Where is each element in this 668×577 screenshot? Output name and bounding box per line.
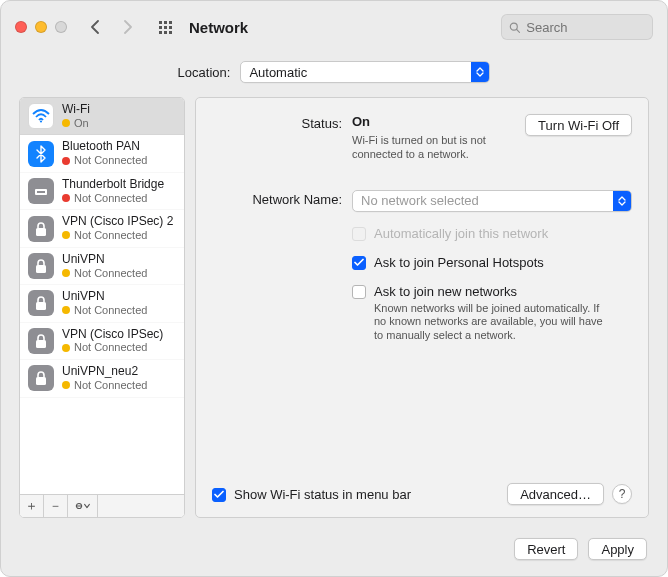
svg-rect-9 (36, 377, 46, 385)
service-name: Wi-Fi (62, 103, 90, 117)
minimize-button[interactable] (35, 21, 47, 33)
service-name: Thunderbolt Bridge (62, 178, 164, 192)
ask-new-description: Known networks will be joined automatica… (374, 302, 604, 343)
service-status: Not Connected (62, 192, 164, 205)
action-menu-icon (75, 501, 91, 511)
svg-rect-6 (36, 265, 46, 273)
service-item[interactable]: VPN (Cisco IPSec) 2Not Connected (20, 210, 184, 247)
ask-new-checkbox[interactable] (352, 285, 366, 299)
svg-rect-4 (37, 191, 45, 193)
network-preferences-window: Network Location: Automatic Wi-FiOnBluet… (0, 0, 668, 577)
chevron-left-icon (91, 20, 100, 34)
thunderbolt-icon (28, 178, 54, 204)
show-status-label: Show Wi-Fi status in menu bar (234, 487, 411, 502)
service-item[interactable]: Wi-FiOn (20, 98, 184, 135)
location-select[interactable]: Automatic (240, 61, 490, 83)
search-field-wrap[interactable] (501, 14, 653, 40)
network-name-value: No network selected (361, 193, 479, 208)
svg-line-1 (516, 29, 519, 32)
service-item[interactable]: Thunderbolt BridgeNot Connected (20, 173, 184, 210)
apply-button[interactable]: Apply (588, 538, 647, 560)
service-item[interactable]: UniVPN_neu2Not Connected (20, 360, 184, 397)
service-status: Not Connected (62, 379, 147, 392)
service-name: UniVPN_neu2 (62, 365, 147, 379)
service-text: Bluetooth PANNot Connected (62, 140, 147, 166)
lock-icon (28, 216, 54, 242)
close-button[interactable] (15, 21, 27, 33)
ask-hotspot-checkbox-row: Ask to join Personal Hotspots (352, 255, 632, 270)
location-label: Location: (178, 65, 231, 80)
wifi-icon (28, 103, 54, 129)
back-button[interactable] (83, 15, 107, 39)
service-list[interactable]: Wi-FiOnBluetooth PANNot ConnectedThunder… (20, 98, 184, 494)
service-item[interactable]: Bluetooth PANNot Connected (20, 135, 184, 172)
search-icon (509, 21, 520, 34)
show-status-checkbox[interactable] (212, 488, 226, 502)
status-label: Status: (212, 114, 342, 131)
service-text: UniVPN_neu2Not Connected (62, 365, 147, 391)
network-name-row: Network Name: No network selected Automa… (212, 190, 632, 343)
service-sidebar: Wi-FiOnBluetooth PANNot ConnectedThunder… (19, 97, 185, 518)
grid-icon (159, 21, 172, 34)
service-item[interactable]: VPN (Cisco IPSec)Not Connected (20, 323, 184, 360)
zoom-button-disabled (55, 21, 67, 33)
service-status: Not Connected (62, 341, 163, 354)
ask-new-label: Ask to join new networks (374, 284, 604, 299)
toolbar: Network (1, 1, 667, 53)
service-text: UniVPNNot Connected (62, 290, 147, 316)
service-status: On (62, 117, 90, 130)
service-actions-button[interactable] (68, 495, 98, 517)
status-dot-icon (62, 194, 70, 202)
status-dot-icon (62, 269, 70, 277)
service-text: VPN (Cisco IPSec) 2Not Connected (62, 215, 173, 241)
service-name: Bluetooth PAN (62, 140, 147, 154)
network-name-label: Network Name: (212, 190, 342, 207)
lock-icon (28, 365, 54, 391)
show-all-button[interactable] (153, 15, 177, 39)
service-item[interactable]: UniVPNNot Connected (20, 248, 184, 285)
ask-new-checkbox-row: Ask to join new networks Known networks … (352, 284, 632, 343)
service-name: VPN (Cisco IPSec) (62, 328, 163, 342)
main-area: Wi-FiOnBluetooth PANNot ConnectedThunder… (1, 97, 667, 528)
status-dot-icon (62, 306, 70, 314)
lock-icon (28, 328, 54, 354)
service-status: Not Connected (62, 267, 147, 280)
turn-wifi-off-button[interactable]: Turn Wi-Fi Off (525, 114, 632, 136)
status-dot-icon (62, 344, 70, 352)
service-text: Wi-FiOn (62, 103, 90, 129)
svg-rect-7 (36, 302, 46, 310)
service-text: UniVPNNot Connected (62, 253, 147, 279)
add-service-button[interactable]: ＋ (20, 495, 44, 517)
detail-footer: Show Wi-Fi status in menu bar Advanced… … (212, 483, 632, 505)
status-description: Wi-Fi is turned on but is not connected … (352, 133, 515, 162)
service-text: VPN (Cisco IPSec)Not Connected (62, 328, 163, 354)
select-stepper-icon (613, 191, 631, 211)
service-detail: Status: On Wi-Fi is turned on but is not… (195, 97, 649, 518)
status-dot-icon (62, 157, 70, 165)
status-dot-icon (62, 119, 70, 127)
status-dot-icon (62, 381, 70, 389)
auto-join-checkbox (352, 227, 366, 241)
revert-button[interactable]: Revert (514, 538, 578, 560)
bluetooth-icon (28, 141, 54, 167)
search-input[interactable] (526, 20, 645, 35)
status-value: On (352, 114, 370, 129)
ask-hotspot-label: Ask to join Personal Hotspots (374, 255, 544, 270)
select-stepper-icon (471, 62, 489, 82)
service-name: UniVPN (62, 253, 147, 267)
service-status: Not Connected (62, 304, 147, 317)
service-name: UniVPN (62, 290, 147, 304)
remove-service-button[interactable]: － (44, 495, 68, 517)
network-name-select[interactable]: No network selected (352, 190, 632, 212)
help-button[interactable]: ? (612, 484, 632, 504)
service-status: Not Connected (62, 229, 173, 242)
advanced-button[interactable]: Advanced… (507, 483, 604, 505)
service-status: Not Connected (62, 154, 147, 167)
location-value: Automatic (249, 65, 307, 80)
window-title: Network (189, 19, 248, 36)
lock-icon (28, 290, 54, 316)
auto-join-checkbox-row: Automatically join this network (352, 226, 632, 241)
ask-hotspot-checkbox[interactable] (352, 256, 366, 270)
service-item[interactable]: UniVPNNot Connected (20, 285, 184, 322)
svg-point-2 (40, 121, 42, 123)
